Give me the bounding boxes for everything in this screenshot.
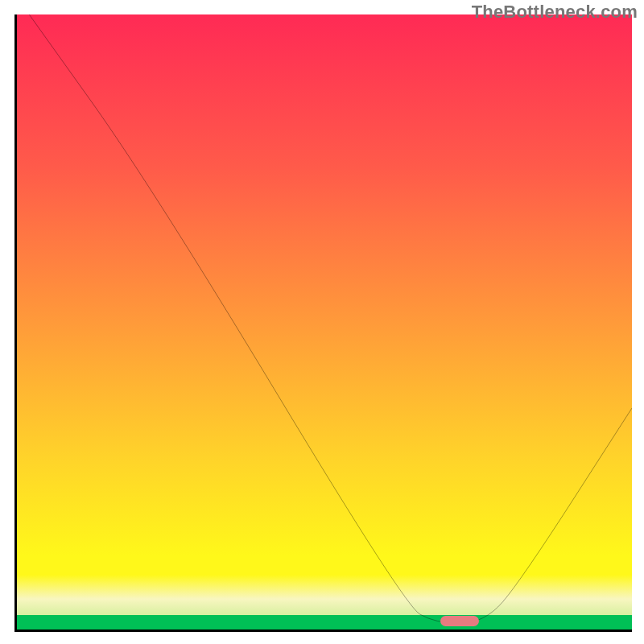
watermark-text: TheBottleneck.com — [472, 2, 638, 23]
sweet-spot-marker — [440, 616, 479, 626]
plot-area — [14, 14, 632, 632]
bottleneck-curve — [17, 14, 632, 630]
